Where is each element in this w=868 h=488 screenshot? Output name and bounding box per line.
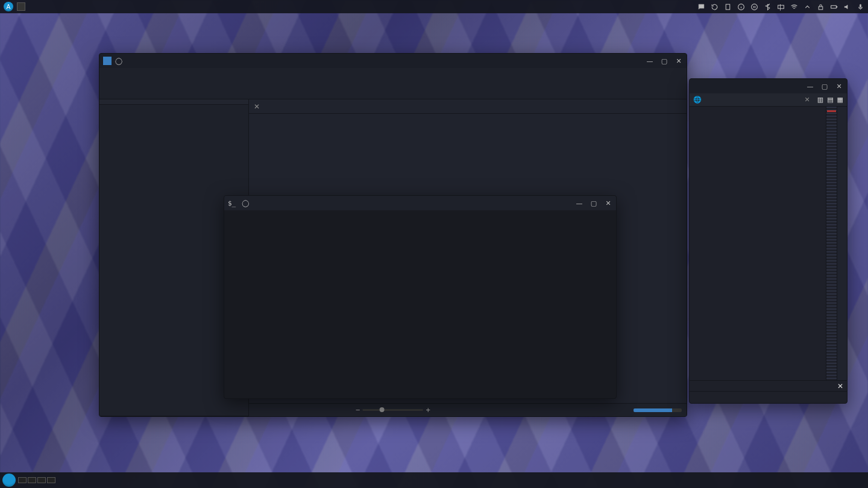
split-icon[interactable]: ▥ bbox=[817, 96, 823, 104]
maximize-button[interactable]: ▢ bbox=[660, 57, 668, 65]
top-panel: A | bbox=[0, 0, 868, 13]
taskbar bbox=[0, 472, 868, 488]
maximize-button[interactable]: ▢ bbox=[820, 83, 829, 90]
lock-icon[interactable] bbox=[817, 3, 825, 11]
terminal-output[interactable] bbox=[224, 210, 616, 398]
active-app-icon[interactable] bbox=[17, 2, 25, 11]
tab-close-icon[interactable]: ✕ bbox=[249, 102, 265, 111]
battery-icon[interactable] bbox=[830, 3, 838, 11]
svg-rect-0 bbox=[726, 4, 730, 10]
zoom-in-icon[interactable]: + bbox=[426, 407, 430, 413]
menu-icon[interactable]: ▦ bbox=[837, 96, 843, 104]
refresh-icon[interactable] bbox=[711, 3, 719, 11]
globe-icon: 🌐 bbox=[693, 96, 702, 104]
chevron-up-icon[interactable] bbox=[804, 3, 811, 11]
minimize-button[interactable]: — bbox=[575, 199, 583, 207]
editor-text[interactable] bbox=[690, 107, 826, 380]
minimize-button[interactable]: — bbox=[806, 83, 814, 90]
info-icon[interactable] bbox=[737, 3, 745, 11]
svg-rect-7 bbox=[860, 4, 861, 7]
svg-rect-4 bbox=[819, 6, 823, 9]
bluetooth-icon[interactable] bbox=[764, 3, 772, 11]
svg-rect-3 bbox=[778, 5, 784, 8]
chat-icon[interactable] bbox=[697, 3, 705, 11]
arch-logo-icon[interactable]: A bbox=[4, 2, 13, 11]
clipboard-icon[interactable] bbox=[724, 3, 732, 11]
side-toolbox[interactable] bbox=[0, 14, 11, 472]
close-button[interactable]: ✕ bbox=[675, 57, 683, 65]
keyboard-icon[interactable] bbox=[777, 3, 785, 11]
kate-window: — ▢ ✕ 🌐 ✕ ▥ ▤ ▦ ✕ bbox=[689, 78, 848, 404]
tab-indicator-icon: ◯ bbox=[242, 199, 249, 207]
volume-icon[interactable] bbox=[843, 3, 851, 11]
tab-indicator-icon: ◯ bbox=[115, 57, 122, 65]
zoom-slider[interactable]: − + bbox=[356, 407, 431, 413]
minimap[interactable] bbox=[826, 107, 837, 380]
zoom-out-icon[interactable]: − bbox=[356, 407, 360, 413]
dolphin-statusbar: − + bbox=[249, 403, 687, 416]
places-header bbox=[99, 99, 248, 105]
split-icon-2[interactable]: ▤ bbox=[827, 96, 833, 104]
preview-tab[interactable] bbox=[837, 107, 847, 380]
pager[interactable] bbox=[18, 477, 55, 483]
mic-icon[interactable] bbox=[857, 3, 864, 11]
svg-point-2 bbox=[752, 4, 758, 10]
home-icon bbox=[103, 57, 112, 65]
close-search-icon[interactable]: ✕ bbox=[837, 382, 843, 390]
close-button[interactable]: ✕ bbox=[835, 83, 843, 90]
konsole-window: $_ ◯ — ▢ ✕ bbox=[224, 195, 617, 399]
close-button[interactable]: ✕ bbox=[604, 199, 612, 207]
tab-close-icon[interactable]: ✕ bbox=[805, 96, 810, 104]
svg-rect-5 bbox=[831, 5, 837, 8]
pause-icon[interactable] bbox=[750, 3, 758, 11]
system-tray bbox=[697, 3, 864, 11]
app-launcher-icon[interactable] bbox=[2, 474, 16, 487]
new-tab-icon[interactable]: $_ bbox=[228, 199, 236, 207]
wifi-icon[interactable] bbox=[790, 3, 798, 11]
svg-rect-6 bbox=[837, 6, 837, 7]
minimize-button[interactable]: — bbox=[646, 57, 654, 65]
maximize-button[interactable]: ▢ bbox=[590, 199, 598, 207]
